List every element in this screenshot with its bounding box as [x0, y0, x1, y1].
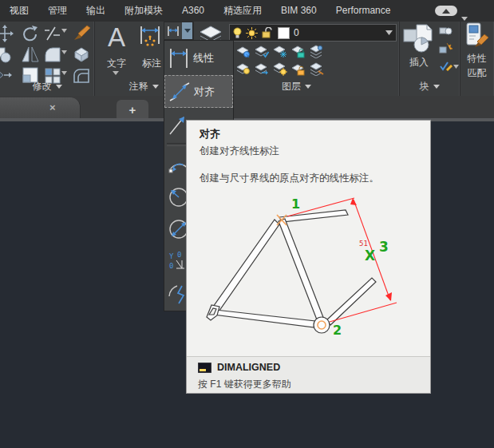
block-caret-icon[interactable] — [453, 65, 459, 69]
match-properties-button[interactable] — [464, 22, 490, 50]
block-editor-button[interactable] — [439, 42, 453, 55]
panel-block: 插入 块 — [399, 22, 460, 96]
menu-item-aligned[interactable]: 对齐 — [164, 75, 233, 108]
tooltip-summary: 创建对齐线性标注 — [200, 145, 279, 158]
layer-thaw-sun-icon — [246, 27, 258, 39]
layer-dropdown-caret-icon[interactable] — [385, 30, 393, 35]
panel-modify: 修改 — [0, 22, 95, 96]
ribbon: 修改 A 文字 标注 注释 — [0, 22, 494, 96]
svg-text:0: 0 — [169, 262, 173, 270]
tab-bim360[interactable]: BIM 360 — [271, 0, 326, 22]
tab-addins[interactable]: 附加模块 — [115, 0, 172, 22]
move-button[interactable] — [0, 25, 14, 42]
tooltip-description: 创建与尺寸界线的原点对齐的线性标注。 — [200, 172, 379, 185]
layer-color-swatch[interactable] — [278, 27, 290, 39]
layer-walk-button[interactable] — [309, 62, 325, 76]
match-properties-label-1[interactable]: 特性 — [460, 52, 494, 65]
plus-icon: + — [129, 103, 136, 117]
dimension-split-caret[interactable] — [182, 22, 192, 39]
new-drawing-button[interactable]: + — [117, 100, 148, 119]
panel-label-block[interactable]: 块 — [399, 80, 460, 93]
explode-button[interactable] — [72, 46, 91, 63]
insert-block-button[interactable] — [402, 23, 436, 54]
match-properties-label-2[interactable]: 匹配 — [460, 66, 494, 80]
text-a-icon: A — [108, 22, 125, 54]
tab-manage[interactable]: 管理 — [38, 0, 77, 22]
pick-point-3-label: 3 — [379, 239, 389, 255]
trim-caret-icon[interactable] — [61, 29, 67, 33]
command-name: DIMALIGNED — [217, 362, 280, 373]
autocad-window: 视图 管理 输出 附加模块 A360 精选应用 BIM 360 Performa… — [0, 0, 494, 448]
panel-label-modify[interactable]: 修改 — [0, 80, 94, 93]
tooltip-title: 对齐 — [200, 127, 220, 141]
tab-view[interactable]: 视图 — [0, 0, 38, 22]
layer-unlock-all-button[interactable] — [290, 62, 306, 76]
text-button-label[interactable]: 文字 — [101, 57, 132, 70]
layer-lock-button[interactable] — [290, 45, 306, 58]
panel-caret-icon — [152, 85, 159, 89]
pick-point-3-cursor: X — [365, 248, 375, 264]
file-tab[interactable]: × — [0, 97, 81, 119]
layer-match-button[interactable] — [254, 62, 270, 76]
pick-point-2-label: 2 — [333, 323, 342, 338]
current-layer-name: 0 — [294, 27, 381, 38]
tooltip-figure: 51 1 2 3 X — [189, 196, 429, 354]
tooltip-command-bar: DIMALIGNED 按 F1 键获得更多帮助 — [187, 356, 430, 393]
tab-output[interactable]: 输出 — [77, 0, 115, 22]
mirror-button[interactable] — [21, 46, 40, 63]
ribbon-minimize-button[interactable] — [435, 6, 457, 16]
dimension-split-button[interactable] — [164, 22, 193, 40]
pick-point-1-label: 1 — [291, 196, 300, 212]
svg-text:0: 0 — [177, 251, 181, 259]
tab-a360[interactable]: A360 — [172, 0, 214, 22]
command-tooltip: 对齐 创建对齐线性标注 创建与尺寸界线的原点对齐的线性标注。 — [186, 120, 431, 394]
layer-isolate-button[interactable] — [235, 45, 251, 58]
help-hint: 按 F1 键获得更多帮助 — [198, 378, 291, 391]
layer-states-button[interactable] — [309, 45, 325, 58]
tab-featured-apps[interactable]: 精选应用 — [214, 0, 271, 22]
layer-on-bulb-icon — [233, 27, 242, 38]
dimension-value-text: 51 — [359, 240, 368, 248]
panel-properties: 特性 匹配 — [460, 22, 494, 96]
erase-button[interactable] — [72, 24, 91, 42]
panel-caret-icon — [56, 85, 62, 89]
text-button[interactable]: A — [101, 22, 132, 54]
panel-caret-icon — [433, 85, 440, 89]
tab-performance[interactable]: Performance — [326, 0, 401, 22]
insert-button-label[interactable]: 插入 — [402, 56, 436, 69]
layer-dropdown[interactable]: 0 — [229, 24, 397, 42]
up-arrow-icon — [442, 9, 450, 14]
layer-unlock-icon — [262, 27, 274, 38]
aligned-dimension-icon — [165, 81, 194, 103]
layer-thaw-all-button[interactable] — [272, 62, 288, 76]
array-caret-icon[interactable] — [61, 71, 67, 75]
menu-item-label: 线性 — [193, 51, 214, 65]
fillet-button[interactable] — [43, 46, 62, 63]
dimension-button[interactable] — [138, 25, 162, 50]
copy-button[interactable] — [0, 46, 13, 63]
define-attributes-button[interactable] — [439, 60, 453, 72]
trim-button[interactable] — [43, 25, 62, 42]
layer-freeze-button[interactable] — [272, 45, 288, 58]
bicycle-frame-illustration: 51 1 2 3 X — [189, 196, 429, 354]
svg-text:Y: Y — [169, 252, 174, 260]
command-line-icon — [198, 363, 211, 373]
menu-item-label: 对齐 — [194, 85, 215, 99]
linear-dimension-icon — [164, 46, 193, 70]
rotate-button[interactable] — [21, 25, 40, 42]
menu-item-linear[interactable]: 线性 — [164, 41, 233, 75]
ribbon-tab-bar: 视图 管理 输出 附加模块 A360 精选应用 BIM 360 Performa… — [0, 0, 494, 22]
panel-caret-icon — [305, 85, 311, 89]
linear-dimension-icon — [164, 22, 182, 39]
layer-off-button[interactable] — [235, 62, 251, 76]
create-block-button[interactable] — [439, 25, 453, 37]
dimension-button-label[interactable]: 标注 — [136, 57, 168, 70]
close-tab-icon[interactable]: × — [49, 101, 56, 113]
layer-make-current-button[interactable] — [254, 45, 270, 58]
text-caret-icon[interactable] — [113, 71, 119, 75]
fillet-caret-icon[interactable] — [61, 50, 67, 54]
